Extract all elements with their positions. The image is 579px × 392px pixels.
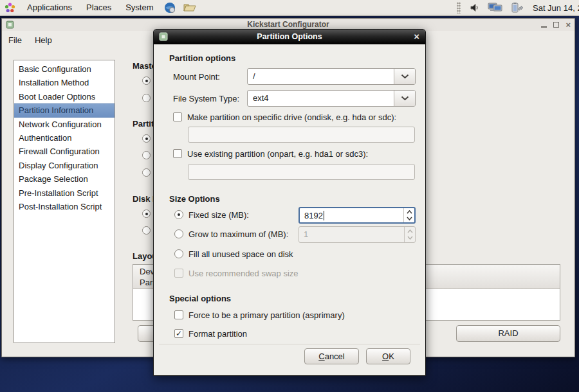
sidebar-item-pre-installation-script[interactable]: Pre-Installation Script bbox=[14, 186, 115, 200]
dialog-title: Partition Options bbox=[154, 30, 425, 44]
onpart-label[interactable]: Use existing partition (onpart, e.g. hda… bbox=[187, 149, 368, 159]
sidebar-item-boot-loader-options[interactable]: Boot Loader Options bbox=[14, 90, 115, 103]
chevron-down-icon bbox=[401, 96, 409, 101]
distro-logo-icon[interactable] bbox=[4, 2, 16, 14]
fixed-size-label[interactable]: Fixed size (MB): bbox=[188, 210, 249, 220]
onpart-checkbox[interactable] bbox=[173, 149, 182, 158]
fixed-size-spinbox[interactable]: 8192 bbox=[299, 207, 416, 224]
cancel-mnemonic: C bbox=[318, 352, 324, 361]
fixed-size-radio[interactable] bbox=[174, 210, 183, 219]
panel-clock[interactable]: Sat Jun 14, 2 bbox=[529, 3, 579, 13]
sidebar-item-basic-configuration[interactable]: Basic Configuration bbox=[14, 62, 115, 76]
places-menu[interactable]: Places bbox=[79, 0, 118, 16]
radio-off-icon bbox=[142, 94, 151, 102]
fs-type-label: File System Type: bbox=[173, 94, 239, 103]
radio-off-icon bbox=[142, 168, 151, 177]
cancel-rest: ancel bbox=[325, 352, 345, 361]
fs-type-value[interactable]: ext4 bbox=[248, 91, 394, 106]
ok-mnemonic: O bbox=[382, 352, 389, 361]
dialog-close-button[interactable]: × bbox=[414, 30, 419, 44]
grow-max-spinbox: 1 bbox=[299, 226, 416, 243]
format-partition-label[interactable]: Format partition bbox=[188, 329, 247, 339]
swap-size-checkbox bbox=[174, 269, 183, 278]
files-launcher-icon[interactable] bbox=[183, 3, 196, 13]
ondisk-entry[interactable] bbox=[188, 127, 415, 143]
radio-off-icon bbox=[142, 151, 151, 159]
sidebar-item-post-installation-script[interactable]: Post-Installation Script bbox=[14, 200, 115, 213]
sidebar-item-firewall-configuration[interactable]: Firewall Configuration bbox=[14, 145, 115, 158]
spin-up-icon[interactable] bbox=[407, 210, 412, 214]
sidebar-item-network-configuration[interactable]: Network Configuration bbox=[14, 118, 115, 131]
mount-point-value[interactable]: / bbox=[248, 69, 394, 84]
spin-up-icon bbox=[407, 229, 413, 233]
fill-unused-radio[interactable] bbox=[174, 249, 183, 258]
spin-down-icon[interactable] bbox=[407, 217, 412, 220]
desktop: Applications Places System bbox=[0, 0, 579, 392]
asprimary-checkbox[interactable] bbox=[174, 310, 183, 319]
button-separator bbox=[159, 344, 420, 344]
sidebar-item-partition-information[interactable]: Partition Information bbox=[14, 103, 115, 117]
sidebar-item-installation-method[interactable]: Installation Method bbox=[14, 76, 115, 89]
top-panel: Applications Places System bbox=[0, 0, 579, 16]
cancel-button[interactable]: Cancel bbox=[304, 348, 359, 364]
asprimary-label[interactable]: Force to be a primary partition (asprima… bbox=[188, 310, 345, 320]
applications-menu[interactable]: Applications bbox=[20, 0, 79, 16]
raid-button[interactable]: RAID bbox=[456, 325, 560, 342]
fs-type-combobox[interactable]: ext4 bbox=[247, 90, 416, 107]
grow-max-radio[interactable] bbox=[174, 229, 183, 238]
swap-size-label: Use recommended swap size bbox=[188, 269, 299, 278]
ondisk-checkbox[interactable] bbox=[173, 112, 182, 121]
spin-down-icon bbox=[407, 236, 413, 240]
chevron-down-icon bbox=[401, 74, 409, 79]
radio-on-icon bbox=[142, 209, 151, 218]
grow-max-value: 1 bbox=[304, 227, 308, 242]
file-menu[interactable]: File bbox=[2, 31, 28, 49]
ondisk-label[interactable]: Make partition on specific drive (ondisk… bbox=[187, 112, 396, 122]
battery-icon[interactable] bbox=[511, 2, 525, 13]
partition-options-section-header: Partition options bbox=[169, 53, 235, 63]
close-window-button[interactable]: × bbox=[565, 22, 571, 28]
special-options-section-header: Special options bbox=[169, 294, 231, 303]
format-partition-checkbox[interactable]: ✓ bbox=[174, 329, 183, 338]
display-settings-icon[interactable] bbox=[488, 2, 503, 13]
sidebar-item-authentication[interactable]: Authentication bbox=[14, 131, 115, 145]
volume-icon[interactable] bbox=[470, 3, 480, 13]
minimize-button[interactable] bbox=[541, 22, 547, 28]
browser-launcher-icon[interactable] bbox=[164, 2, 176, 13]
fixed-size-value[interactable]: 8192 bbox=[304, 208, 323, 223]
text-cursor bbox=[324, 211, 324, 220]
config-section-list: Basic Configuration Installation Method … bbox=[14, 60, 115, 343]
radio-on-icon bbox=[142, 134, 151, 143]
sidebar-item-package-selection[interactable]: Package Selection bbox=[14, 172, 115, 186]
dialog-titlebar[interactable]: Partition Options × bbox=[154, 30, 425, 44]
mount-point-dropdown-button[interactable] bbox=[394, 69, 415, 84]
onpart-entry[interactable] bbox=[188, 164, 415, 180]
mount-point-label: Mount Point: bbox=[173, 72, 220, 82]
radio-off-icon bbox=[142, 226, 151, 235]
grow-max-label[interactable]: Grow to maximum of (MB): bbox=[188, 229, 288, 239]
ok-rest: K bbox=[389, 352, 394, 361]
partition-options-dialog: Partition Options × Partition options Mo… bbox=[153, 29, 426, 376]
radio-on-icon bbox=[142, 76, 151, 85]
size-options-section-header: Size Options bbox=[169, 194, 220, 204]
panel-drag-handle[interactable] bbox=[457, 2, 461, 13]
fill-unused-label[interactable]: Fill all unused space on disk bbox=[188, 249, 293, 259]
system-menu[interactable]: System bbox=[118, 0, 160, 16]
mount-point-combobox[interactable]: / bbox=[247, 68, 416, 85]
maximize-button[interactable] bbox=[553, 22, 559, 28]
sidebar-item-display-configuration[interactable]: Display Configuration bbox=[14, 159, 115, 172]
ok-button[interactable]: OK bbox=[366, 348, 410, 364]
help-menu[interactable]: Help bbox=[28, 31, 59, 49]
fs-type-dropdown-button[interactable] bbox=[394, 91, 415, 106]
